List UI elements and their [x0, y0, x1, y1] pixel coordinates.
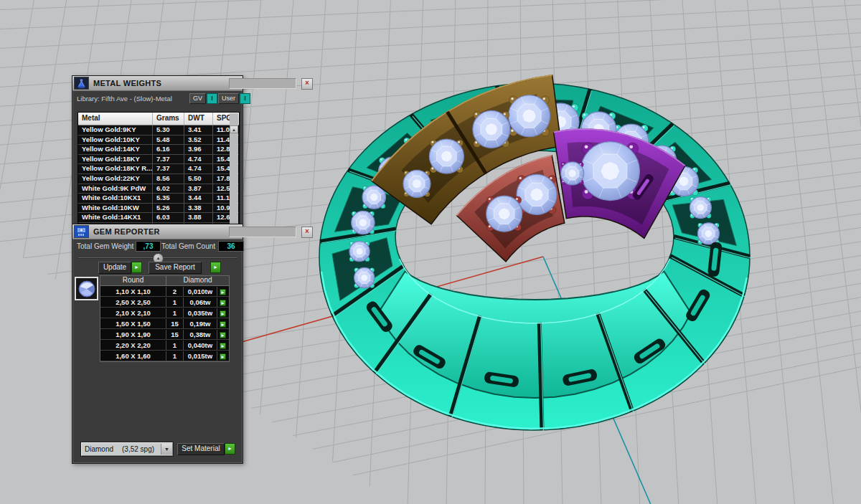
gem [429, 139, 464, 173]
user-toggle[interactable]: User I [218, 93, 250, 103]
gem-cell-count: 1 [166, 308, 184, 318]
update-run-icon[interactable]: ► [131, 262, 142, 273]
gv-toggle-indicator[interactable]: I [207, 93, 217, 104]
gem-row-run-icon[interactable]: ► [220, 321, 225, 328]
gem-cell-count: 1 [166, 298, 184, 307]
metal-cell-dwt: 3.87 [184, 184, 213, 194]
gv-toggle[interactable]: GV I [189, 93, 217, 103]
gem [517, 174, 557, 214]
metal-cell-dwt: 4.74 [184, 164, 213, 173]
gem-table-row[interactable]: 2,20 X 2,2010,040tw► [100, 340, 229, 351]
metal-cell-metal: White Gold:9K PdW [78, 184, 153, 194]
gem [473, 110, 510, 148]
metal-cell-grams: 5.35 [153, 194, 184, 203]
metal-weights-titlebar[interactable]: METAL WEIGHTS [72, 76, 243, 91]
metal-cell-grams: 6.16 [153, 145, 184, 154]
metal-table-row[interactable]: Yellow Gold:14KY6.163.9612.88 [78, 145, 239, 155]
gem-cell-count: 15 [166, 319, 184, 328]
scroll-up-icon[interactable]: ▲ [230, 125, 238, 133]
metal-table-row[interactable]: White Gold:10KX15.353.4411.18 [78, 194, 239, 204]
metal-cell-metal: Yellow Gold:9KY [78, 125, 153, 135]
metal-weights-close-icon[interactable]: × [301, 78, 313, 90]
gem-row-run-icon[interactable]: ► [220, 343, 225, 349]
gem-cell-count: 2 [166, 287, 184, 296]
set-material-run-icon[interactable]: ► [225, 443, 235, 455]
gem [561, 162, 584, 185]
metal-cell-grams: 6.02 [153, 184, 184, 194]
metal-weights-panel: METAL WEIGHTS × Library: Fifth Ave - (Sl… [72, 75, 243, 225]
library-label: Library: Fifth Ave - (Slow)-Metal [77, 95, 172, 103]
gem-table-row[interactable]: 1,50 X 1,50150,19tw► [100, 318, 229, 329]
gem [509, 95, 550, 137]
col-header-grams[interactable]: Grams [153, 113, 184, 125]
metal-table-row[interactable]: Yellow Gold:9KY5.303.4111.08 [78, 125, 239, 135]
metal-cell-metal: Yellow Gold:22KY [78, 174, 153, 184]
metal-cell-dwt: 3.88 [184, 213, 213, 222]
update-button[interactable]: Update [98, 262, 131, 274]
gem-col-header-shape[interactable]: Round [100, 276, 166, 285]
gem-cell-weight: 0,035tw [184, 308, 217, 318]
gem-row-run-icon[interactable]: ► [220, 353, 225, 360]
save-report-button[interactable]: Save Report [149, 262, 202, 274]
gem-table-row[interactable]: 2,50 X 2,5010,06tw► [100, 297, 229, 308]
metal-weights-icon [74, 77, 89, 90]
metal-cell-dwt: 3.96 [184, 145, 213, 154]
metal-cell-metal: Yellow Gold:18KY [78, 155, 153, 164]
metal-table-row[interactable]: White Gold:9K PdW6.023.8712.59 [78, 184, 239, 194]
metal-cell-grams: 5.26 [153, 204, 184, 213]
gem-shape-thumbnail[interactable] [75, 277, 98, 300]
gem-table-row[interactable]: 1,10 X 1,1020,010tw► [100, 286, 229, 297]
gem-table-row[interactable]: 1,90 X 1,90150,38tw► [100, 329, 229, 340]
gem-cell-size: 2,50 X 2,50 [100, 298, 166, 307]
gem-table-row[interactable]: 1,60 X 1,6010,015tw► [100, 351, 229, 361]
col-header-dwt[interactable]: DWT [184, 113, 213, 125]
titlebar-handle [229, 227, 296, 237]
col-header-metal[interactable]: Metal [78, 113, 153, 125]
metal-cell-metal: Yellow Gold:18KY R... [78, 164, 153, 173]
metal-table-row[interactable]: Yellow Gold:22KY8.565.5017.89 [78, 174, 239, 184]
save-report-run-icon[interactable]: ► [210, 262, 221, 273]
gem-cell-size: 1,10 X 1,10 [100, 287, 166, 296]
ring-model[interactable] [319, 75, 751, 432]
metal-cell-dwt: 3.44 [184, 194, 213, 203]
gem-cell-size: 1,90 X 1,90 [100, 330, 166, 339]
metal-cell-metal: Yellow Gold:10KY [78, 135, 153, 145]
metal-cell-metal: White Gold:10KW [78, 204, 153, 213]
gem-reporter-title: GEM REPORTER [93, 227, 160, 236]
gem-col-header-material[interactable]: Diamond [166, 276, 229, 285]
total-gem-count-value: 36 [218, 241, 244, 252]
metal-cell-dwt: 3.41 [184, 125, 213, 135]
metal-table-row[interactable]: White Gold:14KX16.033.8812.61 [78, 213, 239, 223]
dropdown-arrow-icon[interactable]: ▼ [161, 444, 172, 455]
total-gem-weight-label: Total Gem Weight [77, 242, 133, 250]
total-gem-count-label: Total Gem Count [161, 242, 215, 250]
gem-reporter-close-icon[interactable]: × [301, 227, 313, 238]
metal-table-body: Yellow Gold:9KY5.303.4111.08Yellow Gold:… [78, 125, 239, 233]
user-toggle-indicator[interactable]: I [240, 93, 250, 104]
gem-table-body: 1,10 X 1,1020,010tw►2,50 X 2,5010,06tw►2… [100, 286, 229, 361]
metal-table-header: Metal Grams DWT SPG [78, 113, 239, 125]
metal-table-row[interactable]: Yellow Gold:18KY R...7.374.7415.41 [78, 164, 239, 174]
gem [690, 196, 711, 218]
gem-table: Round Diamond 1,10 X 1,1020,010tw►2,50 X… [100, 275, 230, 362]
material-dropdown-value: Diamond (3,52 spg) [82, 445, 161, 453]
material-dropdown[interactable]: Diamond (3,52 spg) ▼ [81, 442, 173, 456]
metal-table-scrollbar[interactable]: ▲ ▼ [230, 113, 238, 232]
gem-reporter-titlebar[interactable]: GEM REPORTER [72, 224, 243, 239]
metal-table-row[interactable]: White Gold:10KW5.263.3810.99 [78, 204, 239, 214]
gem-reporter-icon [74, 225, 89, 238]
metal-cell-dwt: 3.38 [184, 204, 213, 213]
gem-reporter-panel: GEM REPORTER × Total Gem Weight ,73 Tota… [72, 224, 243, 464]
metal-table-row[interactable]: Yellow Gold:10KY5.483.5211.45 [78, 135, 239, 146]
gem-row-run-icon[interactable]: ► [220, 289, 225, 295]
gem-row-run-icon[interactable]: ► [220, 300, 225, 306]
gem [403, 170, 430, 197]
gem-table-row[interactable]: 2,10 X 2,1010,035tw► [100, 308, 229, 318]
metal-table-row[interactable]: Yellow Gold:18KY7.374.7415.41 [78, 155, 239, 165]
gem-cell-count: 1 [166, 351, 184, 361]
gem-cell-weight: 0,19tw [184, 319, 217, 328]
gem-row-run-icon[interactable]: ► [220, 332, 225, 338]
gem-cell-size: 2,10 X 2,10 [100, 308, 166, 318]
gem-row-run-icon[interactable]: ► [220, 310, 225, 317]
set-material-button[interactable]: Set Material [177, 443, 225, 455]
